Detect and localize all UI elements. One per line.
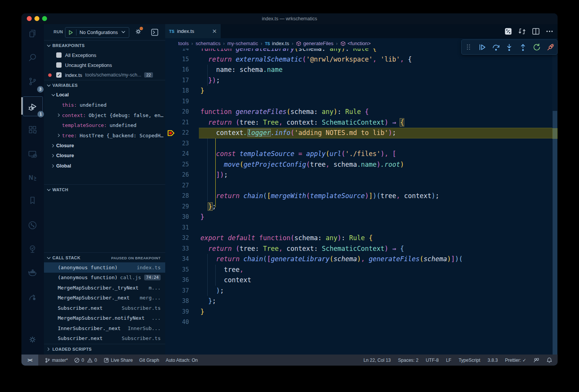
breadcrumb-item-function[interactable]: <function> xyxy=(340,41,371,46)
code-text[interactable]: }; xyxy=(200,202,552,212)
code-line[interactable]: 22 context.logger.info('adding NOTES.md … xyxy=(165,128,552,138)
breadcrumb-item-indexts[interactable]: TSindex.ts xyxy=(265,41,289,46)
status-errors[interactable]: 0 xyxy=(74,358,84,363)
chevron-right-icon[interactable] xyxy=(51,164,56,168)
git-graph-icon[interactable] xyxy=(23,216,42,235)
call-stack-frame[interactable]: InnerSubscriber._nextInnerSub... xyxy=(44,323,165,333)
checkbox[interactable] xyxy=(56,52,62,58)
status-language-mode[interactable]: TypeScript xyxy=(459,358,480,363)
status-notifications[interactable] xyxy=(546,357,552,363)
code-text[interactable]: ); xyxy=(200,286,552,296)
remote-explorer-icon[interactable] xyxy=(23,145,42,164)
checkbox[interactable]: ✓ xyxy=(56,72,62,78)
explorer-icon[interactable] xyxy=(23,24,42,43)
code-text[interactable]: return externalSchematic('@nrwl/workspac… xyxy=(200,54,552,65)
code-line[interactable]: 15 return externalSchematic('@nrwl/works… xyxy=(165,54,552,65)
step-into-icon[interactable] xyxy=(504,42,515,52)
checkbox[interactable] xyxy=(56,62,62,68)
scrollbar-thumb[interactable] xyxy=(553,111,557,356)
code-text[interactable]: const templateSource = apply(url('./file… xyxy=(200,149,552,159)
call-stack-frame[interactable]: (anonymous function)call.js74:24 xyxy=(44,273,165,283)
tab-index-ts[interactable]: TS index.ts ✕ xyxy=(165,24,221,38)
code-text[interactable]: context xyxy=(200,275,552,286)
code-text[interactable]: }); xyxy=(200,75,552,86)
code-line[interactable]: 29 }; xyxy=(165,202,552,212)
variable-item[interactable]: tree:HostTree {_backend: ScopedH… xyxy=(44,130,165,141)
code-text[interactable]: name: schema.name xyxy=(200,65,552,75)
code-line[interactable]: 26 ]); xyxy=(165,170,552,181)
variables-section-header[interactable]: VARIABLES xyxy=(44,80,165,90)
code-text[interactable]: }; xyxy=(200,296,552,307)
call-stack-frame[interactable]: MergeMapSubscriber._tryNextm... xyxy=(44,283,165,293)
code-line[interactable]: 33 return (tree: Tree, context: Schemati… xyxy=(165,244,552,254)
remote-indicator[interactable]: >< xyxy=(21,355,38,366)
extensions-icon[interactable] xyxy=(23,120,42,139)
start-debug-icon[interactable] xyxy=(65,29,76,36)
compare-changes-icon[interactable] xyxy=(517,26,527,36)
split-editor-icon[interactable] xyxy=(531,26,541,36)
drag-grip-icon[interactable] xyxy=(463,42,474,52)
chevron-right-icon[interactable] xyxy=(57,113,62,117)
status-git-graph[interactable]: Git Graph xyxy=(139,358,159,363)
call-stack-frame[interactable]: MergeMapSubscriber.notifyNext... xyxy=(44,313,165,324)
call-stack-frame[interactable]: (anonymous function)index.ts xyxy=(44,262,165,273)
code-text[interactable]: return chain([mergeWith(templateSource)]… xyxy=(200,191,552,202)
launch-configuration-dropdown[interactable]: No Configurations xyxy=(65,27,129,38)
code-text[interactable]: return chain([generateLibrary(schema), g… xyxy=(200,254,552,265)
code-line[interactable]: 30} xyxy=(165,212,552,223)
status-auto-attach[interactable]: Auto Attach: On xyxy=(166,358,198,363)
debug-console-icon[interactable] xyxy=(151,28,159,38)
code-line[interactable]: 27 xyxy=(165,181,552,191)
gitlens-icon[interactable] xyxy=(23,288,42,307)
code-line[interactable]: 17 }); xyxy=(165,75,552,86)
breadcrumb-item-schematics[interactable]: schematics xyxy=(195,41,220,46)
code-text[interactable]: ]); xyxy=(200,170,552,181)
restart-icon[interactable] xyxy=(531,42,542,52)
code-line[interactable]: 19 xyxy=(165,96,552,107)
continue-icon[interactable] xyxy=(477,42,488,52)
settings-gear-icon[interactable] xyxy=(23,330,42,349)
code-text[interactable]: context.logger.info('adding NOTES.md to … xyxy=(200,128,552,138)
call-stack-frame[interactable]: Subscriber.nextSubscriber.ts xyxy=(44,333,165,344)
code-text[interactable]: return (tree: Tree, context: SchematicCo… xyxy=(200,244,552,254)
code-line[interactable]: 20function generateFiles(schema: any): R… xyxy=(165,107,552,117)
code-line[interactable]: 21 return (tree: Tree, context: Schemati… xyxy=(165,117,552,128)
code-text[interactable]: } xyxy=(200,212,552,223)
code-text[interactable]: move(getProjectConfig(tree, schema.name)… xyxy=(200,159,552,170)
editor-scrollbar[interactable] xyxy=(552,49,558,355)
breakpoint-item[interactable]: ✓index.tstools/schematics/my-sch...22 xyxy=(44,70,165,80)
variable-scope-global-3[interactable]: Global xyxy=(44,161,165,171)
nx-console-icon[interactable]: N xyxy=(23,168,42,187)
run-debug-icon[interactable]: 1 xyxy=(23,96,43,116)
watch-section-header[interactable]: WATCH xyxy=(44,184,165,195)
chevron-down-icon[interactable] xyxy=(51,93,56,98)
code-line[interactable]: 24 const templateSource = apply(url('./f… xyxy=(165,149,552,159)
status-live-share[interactable]: Live Share xyxy=(104,358,133,363)
variable-item[interactable]: this:undefined xyxy=(44,100,165,111)
status-prettier[interactable]: Prettier: ✓ xyxy=(505,358,526,363)
status-indentation[interactable]: Spaces: 2 xyxy=(398,358,418,363)
docker-icon[interactable] xyxy=(23,263,42,282)
call-stack-frame[interactable]: MergeMapSubscriber._nextmerg... xyxy=(44,293,165,303)
step-out-icon[interactable] xyxy=(518,42,529,52)
source-control-icon[interactable]: 3 xyxy=(23,72,42,91)
status-encoding[interactable]: UTF-8 xyxy=(426,358,439,363)
code-text[interactable]: } xyxy=(200,307,552,317)
code-line[interactable]: 28 return chain([mergeWith(templateSourc… xyxy=(165,191,552,202)
search-icon[interactable] xyxy=(23,48,42,67)
more-actions-icon[interactable] xyxy=(545,26,555,36)
variable-item[interactable]: context:Object {debug: false, en… xyxy=(44,110,165,120)
status-ts-version[interactable]: 3.8.3 xyxy=(488,358,498,363)
code-line[interactable]: 38 }; xyxy=(165,296,552,307)
code-line[interactable]: 18} xyxy=(165,86,552,96)
code-line[interactable]: 31 xyxy=(165,223,552,233)
status-branch[interactable]: master* xyxy=(45,358,68,363)
code-text[interactable]: export default function(schema: any): Ru… xyxy=(200,233,552,244)
todo-tree-icon[interactable] xyxy=(23,239,42,259)
code-line[interactable]: 34 return chain([generateLibrary(schema)… xyxy=(165,254,552,265)
status-warnings[interactable]: 0 xyxy=(87,358,97,363)
breadcrumb-item-tools[interactable]: tools xyxy=(178,41,189,46)
code-text[interactable]: } xyxy=(200,86,552,96)
code-line[interactable]: 39} xyxy=(165,307,552,317)
code-text[interactable]: function generateFiles(schema: any): Rul… xyxy=(200,107,552,117)
